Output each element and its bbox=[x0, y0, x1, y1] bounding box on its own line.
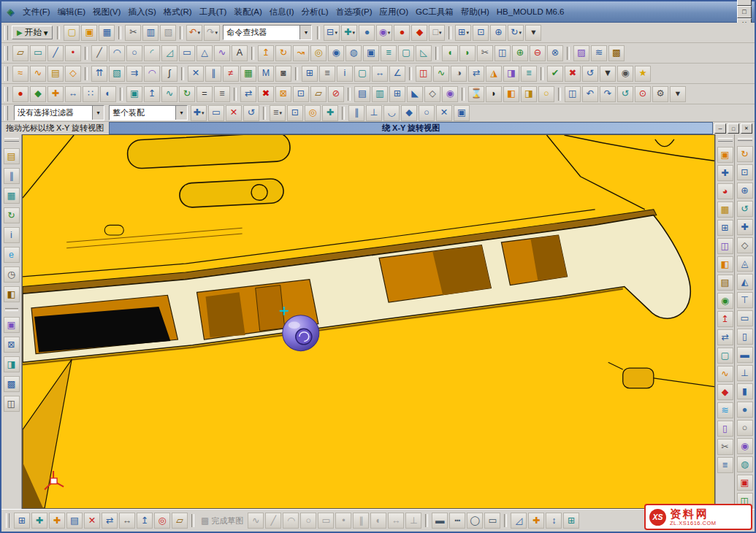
draft-analysis-icon[interactable]: ◮ bbox=[486, 66, 502, 82]
refresh-view-icon[interactable]: ↻ bbox=[737, 146, 753, 162]
history-icon[interactable]: ◷ bbox=[4, 266, 20, 283]
start-menu-button[interactable]: ▶ 开始 ▾ bbox=[12, 26, 53, 39]
menu-item-8[interactable]: 分析(L) bbox=[298, 5, 332, 19]
toolbar-grip[interactable] bbox=[4, 46, 8, 61]
toolbar-grip[interactable] bbox=[4, 138, 19, 142]
information-icon[interactable]: i bbox=[337, 66, 353, 82]
start-tasks-icon[interactable]: ⊞ bbox=[14, 513, 30, 529]
spline-icon[interactable]: ∿ bbox=[214, 45, 230, 61]
measure-tool-icon[interactable]: ↔ bbox=[119, 513, 135, 529]
subtract-icon[interactable]: ⊖ bbox=[530, 45, 546, 61]
mw-standard-parts-icon[interactable]: ◉ bbox=[717, 293, 733, 309]
intersect-icon[interactable]: ⊗ bbox=[547, 45, 563, 61]
shaded-view-icon[interactable]: ● bbox=[359, 25, 375, 41]
grid-icon[interactable]: ⊞ bbox=[302, 66, 318, 82]
rotate-left-icon[interactable]: ↶ bbox=[582, 86, 598, 102]
more-row4-icon[interactable]: ▾ bbox=[670, 86, 686, 102]
top-view-icon[interactable]: ⊤ bbox=[737, 292, 753, 308]
web-browser-icon[interactable]: e bbox=[4, 247, 20, 263]
bridge-surface-icon[interactable]: ◠ bbox=[144, 66, 160, 82]
pattern-feature-icon[interactable]: ∷ bbox=[83, 86, 99, 102]
menu-item-0[interactable]: 文件(F) bbox=[19, 5, 54, 19]
menu-item-2[interactable]: 视图(V) bbox=[89, 5, 124, 19]
delete-face-icon[interactable]: ✖ bbox=[258, 86, 274, 102]
refresh-display-icon[interactable]: ↺ bbox=[582, 66, 598, 82]
wireframe-mode-icon[interactable]: ○ bbox=[737, 420, 753, 436]
list-icon[interactable]: ≡ bbox=[319, 66, 335, 82]
orient-view-icon[interactable]: ◣ bbox=[407, 86, 423, 102]
replace-face-icon[interactable]: ⊠ bbox=[275, 86, 291, 102]
mw-initialize-project-icon[interactable]: ▣ bbox=[717, 147, 733, 163]
toolbar-grip[interactable] bbox=[6, 513, 9, 528]
trim-body-icon[interactable]: ✂ bbox=[477, 45, 493, 61]
mw-electrode-icon[interactable]: ▯ bbox=[717, 421, 733, 437]
measure-distance-icon[interactable]: ↔ bbox=[372, 66, 388, 82]
toolbar-grip[interactable] bbox=[4, 106, 8, 120]
point-icon[interactable]: • bbox=[65, 45, 81, 61]
edge-blend-icon[interactable]: ◖ bbox=[442, 45, 458, 61]
promote-body-icon[interactable]: ↥ bbox=[144, 86, 160, 102]
face-blend-icon[interactable]: ◗ bbox=[459, 45, 476, 61]
right-view-icon[interactable]: ▯ bbox=[737, 329, 753, 345]
isometric-view-icon[interactable]: ◭ bbox=[737, 274, 753, 290]
offset-surface-icon[interactable]: ⇈ bbox=[91, 66, 107, 82]
mw-sub-insert-icon[interactable]: ▢ bbox=[717, 348, 733, 364]
dash-style-icon[interactable]: ┅ bbox=[449, 513, 465, 529]
rect-style-icon[interactable]: ▭ bbox=[484, 513, 500, 529]
general-filter-icon[interactable]: ≡▾ bbox=[270, 105, 286, 121]
deviation-check-icon[interactable]: ≠ bbox=[223, 66, 239, 82]
law-extension-icon[interactable]: ∫ bbox=[161, 66, 177, 82]
zoom-in-icon[interactable]: ⊕ bbox=[490, 25, 506, 41]
mw-shrinkage-icon[interactable]: ◕ bbox=[717, 183, 733, 199]
manufacturing-wizard-icon[interactable]: ⊠ bbox=[4, 337, 20, 353]
pan-cursor-icon[interactable]: ✚▾ bbox=[341, 25, 357, 41]
draft-icon[interactable]: ◺ bbox=[416, 45, 432, 61]
boundary-icon[interactable]: ▢ bbox=[354, 66, 370, 82]
n-sided-surface-icon[interactable]: ◇ bbox=[65, 66, 81, 82]
snap-midpoint-icon[interactable]: ◆ bbox=[401, 105, 417, 121]
chevron-down-icon[interactable]: ▾ bbox=[299, 26, 311, 39]
chevron-down-icon[interactable]: ▾ bbox=[175, 106, 187, 120]
ruled-icon[interactable]: ▤ bbox=[47, 66, 64, 82]
clip-plane-icon[interactable]: ◫ bbox=[565, 86, 581, 102]
zoom-view-icon[interactable]: ⊕ bbox=[737, 183, 753, 199]
touch-panel-icon[interactable]: ◫ bbox=[4, 396, 20, 412]
snap-endpoint-icon[interactable]: ▣ bbox=[454, 105, 470, 121]
undo-icon[interactable]: ↶▾ bbox=[186, 25, 202, 41]
constraint-navigator-icon[interactable]: ∥ bbox=[4, 168, 20, 184]
grid-snap-icon[interactable]: ⊞ bbox=[563, 513, 579, 529]
new-file-icon[interactable]: ▢ bbox=[64, 25, 80, 41]
render-style-icon[interactable]: ◉▾ bbox=[376, 25, 392, 41]
thicken-icon[interactable]: ▩ bbox=[608, 45, 625, 61]
finish-sketch-button[interactable]: ▩ 完成草图 bbox=[197, 515, 247, 526]
sketch-pad-icon[interactable]: ▱ bbox=[172, 513, 188, 529]
open-folder-icon[interactable]: ▣ bbox=[81, 25, 97, 41]
sketch-rectangle-icon[interactable]: ▭ bbox=[318, 513, 334, 529]
restore-button[interactable]: □ bbox=[737, 6, 752, 18]
m-tool-icon[interactable]: M bbox=[258, 66, 274, 82]
mw-gate-icon[interactable]: ◆ bbox=[717, 384, 733, 400]
shell-icon[interactable]: ▢ bbox=[398, 45, 414, 61]
component-display-icon[interactable]: ◆ bbox=[30, 86, 46, 102]
rib-icon[interactable]: ≡ bbox=[381, 45, 397, 61]
menu-item-5[interactable]: 工具(T) bbox=[196, 5, 231, 19]
process-studio-icon[interactable]: ▣ bbox=[4, 317, 20, 333]
edit-feature-icon[interactable]: ▱ bbox=[310, 86, 327, 102]
split-body-icon[interactable]: ◫ bbox=[495, 45, 511, 61]
menu-item-12[interactable]: 帮助(H) bbox=[457, 5, 493, 19]
face-edges-icon[interactable]: ◍ bbox=[737, 456, 753, 472]
line-icon[interactable]: ╱ bbox=[91, 45, 107, 61]
circle-style-icon[interactable]: ◯ bbox=[467, 513, 483, 529]
sweep-icon[interactable]: ↝ bbox=[293, 45, 309, 61]
interpart-link-icon[interactable]: ⇄ bbox=[240, 86, 256, 102]
toolbar-grip[interactable] bbox=[4, 66, 8, 81]
mw-cooling-icon[interactable]: ≋ bbox=[717, 402, 733, 418]
menu-item-4[interactable]: 格式(R) bbox=[160, 5, 196, 19]
highlight-lines-icon[interactable]: ≡ bbox=[521, 66, 537, 82]
extrude-icon[interactable]: ↥ bbox=[258, 45, 274, 61]
datum-axis-icon[interactable]: ╱ bbox=[47, 45, 64, 61]
snap-parallel-icon[interactable]: ∥ bbox=[348, 105, 364, 121]
sketch-arc-icon[interactable]: ◠ bbox=[283, 513, 299, 529]
perspective-view-icon[interactable]: ◇ bbox=[737, 237, 753, 253]
face-analysis-icon[interactable]: ◨ bbox=[503, 66, 519, 82]
